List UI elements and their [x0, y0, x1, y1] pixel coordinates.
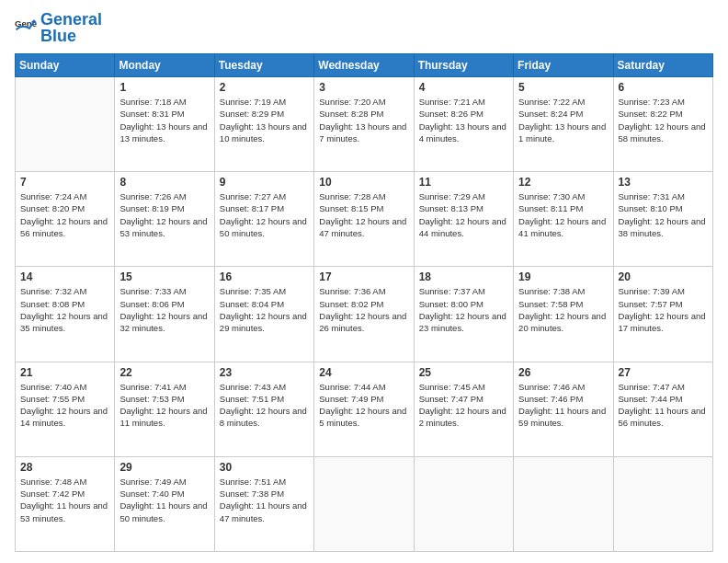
cell-3-0: 21Sunrise: 7:40 AMSunset: 7:55 PMDayligh…	[16, 362, 115, 456]
cell-date-28: 28	[20, 461, 109, 474]
cell-date-19: 19	[518, 270, 608, 283]
cell-info-27: Sunrise: 7:47 AMSunset: 7:44 PMDaylight:…	[619, 381, 708, 430]
cell-info-4: Sunrise: 7:21 AMSunset: 8:26 PMDaylight:…	[419, 96, 508, 144]
cell-info-16: Sunrise: 7:35 AMSunset: 8:04 PMDaylight:…	[220, 285, 309, 334]
cell-1-3: 10Sunrise: 7:28 AMSunset: 8:15 PMDayligh…	[314, 172, 414, 267]
cell-date-14: 14	[20, 270, 109, 283]
cell-info-12: Sunrise: 7:30 AMSunset: 8:11 PMDaylight:…	[518, 190, 608, 239]
cell-1-4: 11Sunrise: 7:29 AMSunset: 8:13 PMDayligh…	[414, 172, 513, 267]
week-row-4: 28Sunrise: 7:48 AMSunset: 7:42 PMDayligh…	[16, 456, 713, 551]
col-header-wednesday: Wednesday	[314, 54, 414, 77]
cell-date-7: 7	[20, 176, 109, 189]
cell-date-6: 6	[619, 81, 708, 94]
cell-info-26: Sunrise: 7:46 AMSunset: 7:46 PMDaylight:…	[518, 381, 608, 430]
cell-date-2: 2	[220, 81, 309, 94]
cell-0-6: 6Sunrise: 7:23 AMSunset: 8:22 PMDaylight…	[613, 77, 712, 172]
cell-info-1: Sunrise: 7:18 AMSunset: 8:31 PMDaylight:…	[119, 96, 209, 144]
logo-text: GeneralBlue	[40, 11, 102, 44]
cell-4-4	[414, 456, 513, 551]
cell-date-16: 16	[220, 270, 309, 283]
cell-2-1: 15Sunrise: 7:33 AMSunset: 8:06 PMDayligh…	[115, 267, 214, 362]
cell-2-2: 16Sunrise: 7:35 AMSunset: 8:04 PMDayligh…	[214, 267, 313, 362]
cell-info-17: Sunrise: 7:36 AMSunset: 8:02 PMDaylight:…	[319, 285, 408, 334]
cell-date-12: 12	[518, 176, 608, 189]
col-header-sunday: Sunday	[16, 54, 115, 77]
cell-date-27: 27	[619, 366, 708, 379]
cell-date-20: 20	[619, 270, 708, 283]
cell-1-2: 9Sunrise: 7:27 AMSunset: 8:17 PMDaylight…	[214, 172, 313, 267]
cell-date-23: 23	[220, 366, 309, 379]
cell-info-5: Sunrise: 7:22 AMSunset: 8:24 PMDaylight:…	[518, 96, 608, 144]
cell-info-25: Sunrise: 7:45 AMSunset: 7:47 PMDaylight:…	[419, 381, 508, 430]
cell-1-6: 13Sunrise: 7:31 AMSunset: 8:10 PMDayligh…	[613, 172, 712, 267]
cell-date-9: 9	[220, 176, 309, 189]
cell-2-3: 17Sunrise: 7:36 AMSunset: 8:02 PMDayligh…	[314, 267, 414, 362]
calendar-table: SundayMondayTuesdayWednesdayThursdayFrid…	[15, 53, 713, 552]
cell-date-5: 5	[518, 81, 608, 94]
cell-info-10: Sunrise: 7:28 AMSunset: 8:15 PMDaylight:…	[319, 190, 408, 239]
cell-3-4: 25Sunrise: 7:45 AMSunset: 7:47 PMDayligh…	[414, 362, 513, 456]
cell-date-22: 22	[119, 366, 209, 379]
cell-0-0	[16, 77, 115, 172]
cell-info-8: Sunrise: 7:26 AMSunset: 8:19 PMDaylight:…	[119, 190, 209, 239]
cell-info-15: Sunrise: 7:33 AMSunset: 8:06 PMDaylight:…	[119, 285, 209, 334]
cell-info-11: Sunrise: 7:29 AMSunset: 8:13 PMDaylight:…	[419, 190, 508, 239]
cell-info-20: Sunrise: 7:39 AMSunset: 7:57 PMDaylight:…	[619, 285, 708, 334]
cell-info-19: Sunrise: 7:38 AMSunset: 7:58 PMDaylight:…	[518, 285, 608, 334]
cell-info-28: Sunrise: 7:48 AMSunset: 7:42 PMDaylight:…	[20, 476, 109, 524]
cell-date-29: 29	[119, 461, 209, 474]
cell-info-14: Sunrise: 7:32 AMSunset: 8:08 PMDaylight:…	[20, 285, 109, 334]
cell-date-4: 4	[419, 81, 508, 94]
logo: General GeneralBlue	[15, 11, 102, 44]
week-row-1: 7Sunrise: 7:24 AMSunset: 8:20 PMDaylight…	[16, 172, 713, 267]
cell-2-5: 19Sunrise: 7:38 AMSunset: 7:58 PMDayligh…	[514, 267, 613, 362]
cell-3-5: 26Sunrise: 7:46 AMSunset: 7:46 PMDayligh…	[514, 362, 613, 456]
cell-2-0: 14Sunrise: 7:32 AMSunset: 8:08 PMDayligh…	[16, 267, 115, 362]
cell-info-18: Sunrise: 7:37 AMSunset: 8:00 PMDaylight:…	[419, 285, 508, 334]
cell-date-26: 26	[518, 366, 608, 379]
cell-info-9: Sunrise: 7:27 AMSunset: 8:17 PMDaylight:…	[220, 190, 309, 239]
week-row-3: 21Sunrise: 7:40 AMSunset: 7:55 PMDayligh…	[16, 362, 713, 456]
cell-date-17: 17	[319, 270, 408, 283]
cell-1-0: 7Sunrise: 7:24 AMSunset: 8:20 PMDaylight…	[16, 172, 115, 267]
cell-info-13: Sunrise: 7:31 AMSunset: 8:10 PMDaylight:…	[619, 190, 708, 239]
cell-0-1: 1Sunrise: 7:18 AMSunset: 8:31 PMDaylight…	[115, 77, 214, 172]
header-row: SundayMondayTuesdayWednesdayThursdayFrid…	[16, 54, 713, 77]
col-header-monday: Monday	[115, 54, 214, 77]
cell-date-13: 13	[619, 176, 708, 189]
cell-info-22: Sunrise: 7:41 AMSunset: 7:53 PMDaylight:…	[119, 381, 209, 430]
cell-info-3: Sunrise: 7:20 AMSunset: 8:28 PMDaylight:…	[319, 96, 408, 144]
cell-date-1: 1	[119, 81, 209, 94]
cell-date-24: 24	[319, 366, 408, 379]
cell-0-2: 2Sunrise: 7:19 AMSunset: 8:29 PMDaylight…	[214, 77, 313, 172]
cell-date-15: 15	[119, 270, 209, 283]
cell-0-3: 3Sunrise: 7:20 AMSunset: 8:28 PMDaylight…	[314, 77, 414, 172]
col-header-tuesday: Tuesday	[214, 54, 313, 77]
cell-date-8: 8	[119, 176, 209, 189]
page: General GeneralBlue SundayMondayTuesdayW…	[0, 0, 728, 563]
cell-3-1: 22Sunrise: 7:41 AMSunset: 7:53 PMDayligh…	[115, 362, 214, 456]
cell-date-25: 25	[419, 366, 508, 379]
cell-info-23: Sunrise: 7:43 AMSunset: 7:51 PMDaylight:…	[220, 381, 309, 430]
cell-date-18: 18	[419, 270, 508, 283]
col-header-friday: Friday	[514, 54, 613, 77]
cell-1-1: 8Sunrise: 7:26 AMSunset: 8:19 PMDaylight…	[115, 172, 214, 267]
cell-info-24: Sunrise: 7:44 AMSunset: 7:49 PMDaylight:…	[319, 381, 408, 430]
cell-info-2: Sunrise: 7:19 AMSunset: 8:29 PMDaylight:…	[220, 96, 309, 144]
cell-4-5	[514, 456, 613, 551]
cell-3-2: 23Sunrise: 7:43 AMSunset: 7:51 PMDayligh…	[214, 362, 313, 456]
col-header-saturday: Saturday	[613, 54, 712, 77]
cell-4-1: 29Sunrise: 7:49 AMSunset: 7:40 PMDayligh…	[115, 456, 214, 551]
week-row-0: 1Sunrise: 7:18 AMSunset: 8:31 PMDaylight…	[16, 77, 713, 172]
cell-4-3	[314, 456, 414, 551]
cell-4-6	[613, 456, 712, 551]
cell-date-3: 3	[319, 81, 408, 94]
cell-info-7: Sunrise: 7:24 AMSunset: 8:20 PMDaylight:…	[20, 190, 109, 239]
cell-2-4: 18Sunrise: 7:37 AMSunset: 8:00 PMDayligh…	[414, 267, 513, 362]
cell-0-4: 4Sunrise: 7:21 AMSunset: 8:26 PMDaylight…	[414, 77, 513, 172]
cell-date-11: 11	[419, 176, 508, 189]
cell-info-21: Sunrise: 7:40 AMSunset: 7:55 PMDaylight:…	[20, 381, 109, 430]
header: General GeneralBlue	[15, 11, 713, 44]
logo-icon: General	[15, 17, 37, 39]
week-row-2: 14Sunrise: 7:32 AMSunset: 8:08 PMDayligh…	[16, 267, 713, 362]
